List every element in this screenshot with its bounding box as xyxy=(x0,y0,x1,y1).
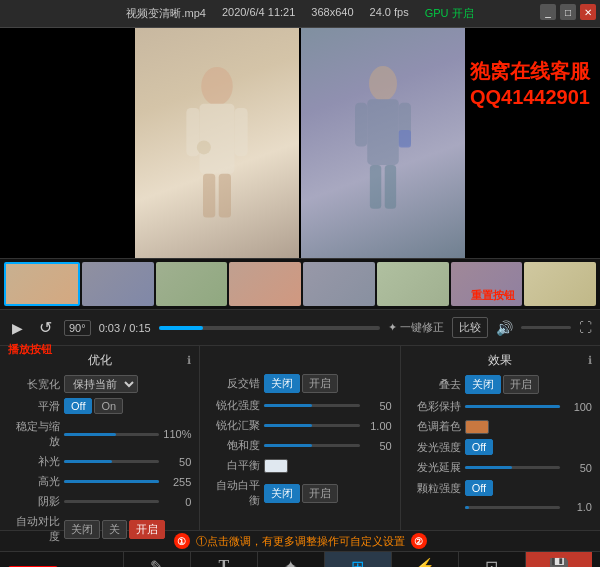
select-aspect[interactable]: 保持当前 xyxy=(64,375,138,393)
smooth-off[interactable]: Off xyxy=(64,398,92,414)
hint-circle-2: ② xyxy=(411,533,427,549)
smooth-on[interactable]: On xyxy=(94,398,123,414)
label-sharp: 锐化强度 xyxy=(208,398,260,413)
tool-micro[interactable]: ⊞ 微调 xyxy=(324,552,391,567)
slider-highlight: 255 xyxy=(64,476,191,488)
slider-track-shadow[interactable] xyxy=(64,500,159,503)
title-bar-info: 视频变清晰.mp4 2020/6/4 11:21 368x640 24.0 fp… xyxy=(126,6,473,21)
replay-button[interactable]: ↺ xyxy=(35,316,56,339)
toggle-auto-wb: 关闭 开启 xyxy=(264,484,338,503)
slider-track-color-keep[interactable] xyxy=(465,405,560,408)
deinterlace-off[interactable]: 关闭 xyxy=(264,374,300,393)
tool-save[interactable]: 💾 保存到磁盘 xyxy=(525,552,592,567)
row-auto-contrast: 自动对比度 关闭 关 开启 xyxy=(8,514,191,544)
label-auto-contrast: 自动对比度 xyxy=(8,514,60,544)
title-bar: 视频变清晰.mp4 2020/6/4 11:21 368x640 24.0 fp… xyxy=(0,0,600,28)
fix-icon: ✦ xyxy=(284,557,297,568)
wb-swatch[interactable] xyxy=(264,459,288,473)
minimize-button[interactable]: _ xyxy=(540,4,556,20)
thumbnail-2[interactable] xyxy=(82,262,154,306)
label-grain: 颗粒强度 xyxy=(409,481,461,496)
label-color-keep: 色彩保持 xyxy=(409,399,461,414)
label-fill: 补光 xyxy=(8,454,60,469)
label-saturation: 饱和度 xyxy=(208,438,260,453)
tool-fullview[interactable]: ⊡ 全景图 xyxy=(458,552,525,567)
info-icon-left[interactable]: ℹ xyxy=(187,354,191,367)
slider-track-sharp-focus[interactable] xyxy=(264,424,359,427)
label-aspect: 长宽化 xyxy=(8,377,60,392)
value-sharp-focus: 1.00 xyxy=(364,420,392,432)
tool-edit[interactable]: ✎ 编辑 xyxy=(123,552,190,567)
thumbnail-4[interactable] xyxy=(229,262,301,306)
tool-title[interactable]: T 标题 xyxy=(190,552,257,567)
slider-track-glow-spread[interactable] xyxy=(465,466,560,469)
volume-bar[interactable] xyxy=(521,326,571,329)
thumbnail-5[interactable] xyxy=(303,262,375,306)
row-saturation: 饱和度 50 xyxy=(208,438,391,453)
slider-track-stabilize[interactable] xyxy=(64,433,159,436)
video-right xyxy=(301,28,465,258)
fullscreen-button[interactable]: ⛶ xyxy=(579,320,592,335)
maximize-button[interactable]: □ xyxy=(560,4,576,20)
thumbnail-8[interactable] xyxy=(524,262,596,306)
svg-rect-3 xyxy=(235,108,248,156)
progress-bar[interactable] xyxy=(159,326,380,330)
contrast-close[interactable]: 关闭 xyxy=(64,520,100,539)
grain-off[interactable]: Off xyxy=(465,480,493,496)
right-panel-header: 效果 ℹ xyxy=(409,352,592,369)
slider-sharp-focus: 1.00 xyxy=(264,420,391,432)
deinterlace-on[interactable]: 开启 xyxy=(302,374,338,393)
slider-color-keep: 100 xyxy=(465,401,592,413)
thumbnail-3[interactable] xyxy=(156,262,228,306)
svg-rect-4 xyxy=(203,174,215,218)
label-glow-spread: 发光延展 xyxy=(409,460,461,475)
auto-wb-off[interactable]: 关闭 xyxy=(264,484,300,503)
video-content xyxy=(135,28,465,258)
value-glow-spread: 50 xyxy=(564,462,592,474)
tool-fix[interactable]: ✦ 修正 xyxy=(257,552,324,567)
compare-button[interactable]: 比较 xyxy=(452,317,488,338)
close-button[interactable]: ✕ xyxy=(580,4,596,20)
label-overlay: 叠去 xyxy=(409,377,461,392)
thumbnail-6[interactable] xyxy=(377,262,449,306)
tint-swatch[interactable] xyxy=(465,420,489,434)
slider-fill-saturation xyxy=(264,444,312,447)
slider-stabilize: 110% xyxy=(64,428,191,440)
thumbnail-1[interactable] xyxy=(4,262,80,306)
svg-rect-1 xyxy=(200,104,235,174)
edit-icon: ✎ xyxy=(150,557,163,568)
slider-fill-sharp-focus xyxy=(264,424,312,427)
slider-fill-wrap: 50 xyxy=(64,456,191,468)
overlay-on[interactable]: 开启 xyxy=(503,375,539,394)
play-button[interactable]: ▶ xyxy=(8,318,27,338)
slider-track-highlight[interactable] xyxy=(64,480,159,483)
slider-track-grain[interactable] xyxy=(465,506,560,509)
tool-fast[interactable]: ⚡ 快照 xyxy=(391,552,458,567)
label-smooth: 平滑 xyxy=(8,399,60,414)
value-stabilize: 110% xyxy=(163,428,191,440)
slider-track-fill[interactable] xyxy=(64,460,159,463)
window-controls[interactable]: _ □ ✕ xyxy=(540,4,596,20)
row-tint: 色调着色 xyxy=(409,419,592,434)
info-icon-right[interactable]: ℹ xyxy=(588,354,592,367)
svg-point-0 xyxy=(201,67,233,106)
slider-track-sharp[interactable] xyxy=(264,404,359,407)
auto-wb-on[interactable]: 开启 xyxy=(302,484,338,503)
auto-fix-button[interactable]: ✦ 一键修正 xyxy=(388,320,444,335)
gpu-status: GPU 开启 xyxy=(425,6,474,21)
svg-rect-9 xyxy=(355,103,367,147)
label-stabilize: 稳定与缩放 xyxy=(8,419,60,449)
contrast-on[interactable]: 开启 xyxy=(129,520,165,539)
contrast-off[interactable]: 关 xyxy=(102,520,127,539)
row-aspect: 长宽化 保持当前 xyxy=(8,375,191,393)
video-area: 狍窝在线客服 QQ41442901 xyxy=(0,28,600,258)
overlay-off[interactable]: 关闭 xyxy=(465,375,501,394)
glow-off[interactable]: Off xyxy=(465,439,493,455)
row-glow: 发光强度 Off xyxy=(409,439,592,455)
slider-track-saturation[interactable] xyxy=(264,444,359,447)
row-color-keep: 色彩保持 100 xyxy=(409,399,592,414)
slider-fill-stabilize xyxy=(64,433,116,436)
slider-saturation: 50 xyxy=(264,440,391,452)
fast-icon: ⚡ xyxy=(415,557,435,568)
svg-rect-12 xyxy=(385,165,396,209)
